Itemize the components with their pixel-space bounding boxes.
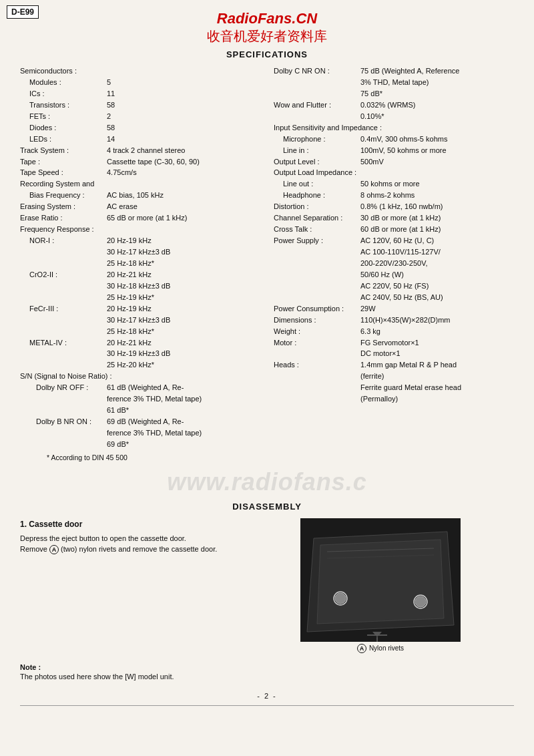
tape-speed-label: Tape Speed : (20, 168, 107, 178)
cassette-svg (300, 518, 461, 642)
microphone-row: Microphone : 0.4mV, 300 ohms-5 kohms (274, 134, 514, 145)
weight-label: Weight : (274, 327, 360, 337)
dolby-off-label: Dolby NR OFF : (20, 383, 107, 393)
dolby-off-row2: ference 3% THD, Metal tape) (20, 394, 260, 405)
track-value: 4 track 2 channel stereo (107, 146, 260, 156)
semiconductors-label: Semiconductors : (20, 66, 107, 77)
wow-flutter-val1: 0.032% (WRMS) (360, 100, 514, 111)
bias-value: AC bias, 105 kHz (107, 190, 260, 201)
cro2-val1: 20 Hz-21 kHz (107, 270, 260, 280)
tape-value: Cassette tape (C-30, 60, 90) (107, 157, 260, 168)
dolby-c-val3: 75 dB* (360, 89, 514, 100)
watermark-header: RadioFans.CN 收音机爱好者资料库 (20, 10, 514, 45)
power-supply-row3: 200-220V/230-250V, (274, 258, 514, 269)
motor-row: Motor : FG Servomotor×1 (274, 338, 514, 349)
fets-value: 2 (107, 112, 260, 122)
dolby-b-label: Dolby B NR ON : (20, 417, 107, 427)
heads-val4: (Permalloy) (360, 394, 514, 405)
cassette-text1: Depress the eject button to open the cas… (20, 534, 186, 542)
brand-name: RadioFans.CN (20, 10, 514, 27)
power-supply-row4: 50/60 Hz (W) (274, 270, 514, 280)
bottom-divider (20, 705, 514, 706)
page: D-E99 RadioFans.CN 收音机爱好者资料库 SPECIFICATI… (0, 0, 534, 756)
weight-row: Weight : 6.3 kg (274, 327, 514, 337)
metal-val2: 30 Hz-19 kHz±3 dB (107, 349, 260, 359)
nylon-circle-a: A (357, 644, 366, 653)
cro2-val3: 25 Hz-19 kHz* (107, 293, 260, 303)
dolby-off-val3: 61 dB* (107, 405, 260, 416)
dimensions-row: Dimensions : 110(H)×435(W)×282(D)mm (274, 315, 514, 326)
disassembly-title: DISASSEMBLY (20, 502, 514, 512)
ics-row: ICs : 11 (20, 89, 260, 100)
page-number: - 2 - (20, 692, 514, 700)
erase-ratio-row: Erase Ratio : 65 dB or more (at 1 kHz) (20, 213, 260, 224)
cross-talk-row: Cross Talk : 60 dB or more (at 1 kHz) (274, 224, 514, 235)
ics-value: 11 (107, 89, 260, 100)
dolby-off-val2: ference 3% THD, Metal tape) (107, 394, 260, 405)
dolby-c-row: Dolby C NR ON : 75 dB (Weighted A, Refer… (274, 66, 514, 77)
erase-ratio-label: Erase Ratio : (20, 213, 107, 224)
distortion-value: 0.8% (1 kHz, 160 nwb/m) (360, 202, 514, 212)
wow-flutter-label: Wow and Flutter : (274, 100, 360, 111)
power-consumption-row: Power Consumption : 29W (274, 304, 514, 315)
nylon-label: A Nylon rivets (357, 644, 404, 653)
nor1-val3: 25 Hz-18 kHz* (107, 258, 260, 269)
diodes-label: Diodes : (20, 123, 107, 134)
diodes-value: 58 (107, 123, 260, 134)
nor1-label: NOR-I : (20, 236, 107, 246)
dolby-off-row3: 61 dB* (20, 405, 260, 416)
fecr-row: FeCr-III : 20 Hz-19 kHz (20, 304, 260, 315)
cro2-row3: 25 Hz-19 kHz* (20, 293, 260, 303)
cassette-door-title: 1. Cassette door (20, 518, 234, 530)
erasing-label: Erasing System : (20, 202, 107, 212)
metal-row2: 30 Hz-19 kHz±3 dB (20, 349, 260, 359)
dolby-c-val2: 3% THD, Metal tape) (360, 77, 514, 88)
mid-watermark: www.radiofans.c (20, 468, 514, 496)
heads-row3: Ferrite guard Metal erase head (274, 383, 514, 393)
power-supply-val2: AC 100-110V/115-127V/ (360, 247, 514, 258)
cross-talk-value: 60 dB or more (at 1 kHz) (360, 224, 514, 235)
tape-speed-value: 4.75cm/s (107, 168, 260, 178)
wow-flutter-val2: 0.10%* (360, 112, 514, 122)
transistors-value: 58 (107, 100, 260, 111)
dimensions-label: Dimensions : (274, 315, 360, 326)
power-supply-row6: AC 240V, 50 Hz (BS, AU) (274, 293, 514, 303)
cro2-row2: 30 Hz-18 kHz±3 dB (20, 281, 260, 292)
recording-row: Recording System and (20, 179, 260, 190)
output-level-label: Output Level : (274, 157, 360, 168)
chinese-text: 收音机爱好者资料库 (20, 27, 514, 45)
transistors-row: Transistors : 58 (20, 100, 260, 111)
line-out-value: 50 kohms or more (360, 179, 514, 190)
modules-value: 5 (107, 77, 260, 88)
power-supply-row5: AC 220V, 50 Hz (FS) (274, 281, 514, 292)
cassette-door-text: 1. Cassette door Depress the eject butto… (20, 518, 234, 555)
headphone-row: Headphone : 8 ohms-2 kohms (274, 190, 514, 201)
ics-label: ICs : (20, 89, 107, 100)
svg-point-4 (415, 596, 426, 607)
weight-value: 6.3 kg (360, 327, 514, 337)
right-column: Dolby C NR ON : 75 dB (Weighted A, Refer… (270, 66, 514, 451)
cross-talk-label: Cross Talk : (274, 224, 360, 235)
nor1-val1: 20 Hz-19 kHz (107, 236, 260, 246)
metal-row: METAL-IV : 20 Hz-21 kHz (20, 338, 260, 349)
output-level-value: 500mV (360, 157, 514, 168)
line-in-row: Line in : 100mV, 50 kohms or more (274, 146, 514, 156)
power-consumption-label: Power Consumption : (274, 304, 360, 315)
metal-label: METAL-IV : (20, 338, 107, 349)
heads-row: Heads : 1.4mm gap Metal R & P head (274, 360, 514, 371)
line-out-label: Line out : (274, 179, 360, 190)
nor1-val2: 30 Hz-17 kHz±3 dB (107, 247, 260, 258)
distortion-label: Distortion : (274, 202, 360, 212)
fecr-row3: 25 Hz-18 kHz* (20, 327, 260, 337)
cassette-text2: Remove (20, 545, 47, 553)
din-note: * According to DIN 45 500 (47, 453, 514, 461)
cro2-val2: 30 Hz-18 kHz±3 dB (107, 281, 260, 292)
fecr-row2: 30 Hz-17 kHz±3 dB (20, 315, 260, 326)
line-out-row: Line out : 50 kohms or more (274, 179, 514, 190)
motor-val1: FG Servomotor×1 (360, 338, 514, 349)
power-supply-val5: AC 220V, 50 Hz (FS) (360, 281, 514, 292)
motor-label: Motor : (274, 338, 360, 349)
dolby-b-row: Dolby B NR ON : 69 dB (Weighted A, Re- (20, 417, 260, 427)
left-column: Semiconductors : Modules : 5 ICs : 11 Tr… (20, 66, 264, 451)
nor1-row2: 30 Hz-17 kHz±3 dB (20, 247, 260, 258)
